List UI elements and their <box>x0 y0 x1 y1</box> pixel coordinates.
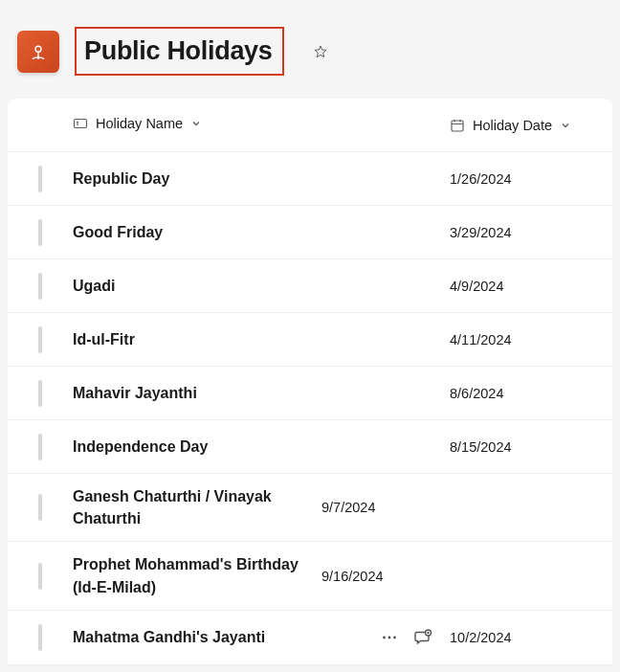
table-row[interactable]: Republic Day 1/26/2024 <box>8 152 612 206</box>
cell-date: 8/6/2024 <box>450 386 612 401</box>
page-header: Public Holidays <box>0 0 620 99</box>
cell-date: 4/11/2024 <box>450 332 612 347</box>
row-handle[interactable] <box>38 624 42 651</box>
row-handle[interactable] <box>38 380 42 407</box>
column-header-date-label: Holiday Date <box>473 118 552 133</box>
add-comment-button[interactable] <box>411 626 434 649</box>
cell-date: 3/29/2024 <box>450 225 612 240</box>
table-row[interactable]: Prophet Mohammad's Birthday (Id-E-Milad)… <box>8 542 612 610</box>
page-title: Public Holidays <box>84 36 273 66</box>
column-header-date[interactable]: Holiday Date <box>450 118 612 133</box>
cell-name: Ganesh Chaturthi / Vinayak Chaturthi <box>73 474 321 541</box>
cell-name: Republic Day <box>73 170 450 188</box>
svg-rect-3 <box>452 121 463 131</box>
cell-name: Independence Day <box>73 438 450 456</box>
row-handle[interactable] <box>38 494 42 521</box>
cell-date: 10/2/2024 <box>450 630 612 645</box>
star-outline-icon <box>313 42 328 61</box>
svg-point-0 <box>35 46 41 52</box>
row-handle[interactable] <box>38 166 42 192</box>
text-field-icon <box>73 116 88 131</box>
column-header-name[interactable]: Holiday Name <box>73 116 202 131</box>
calendar-icon <box>450 118 465 133</box>
cell-date: 1/26/2024 <box>450 171 612 187</box>
chevron-down-icon <box>190 118 202 129</box>
app-icon-tile <box>17 31 59 73</box>
comment-add-icon <box>413 628 432 647</box>
page-title-highlight: Public Holidays <box>75 27 284 76</box>
cell-name: Mahatma Gandhi's Jayanti <box>73 629 379 646</box>
chevron-down-icon <box>560 120 571 131</box>
table-row[interactable]: Mahavir Jayanthi 8/6/2024 <box>8 367 612 420</box>
svg-point-4 <box>383 636 386 638</box>
cell-date: 4/9/2024 <box>450 279 612 294</box>
cell-name: Ugadi <box>73 278 450 295</box>
cell-date: 9/16/2024 <box>321 569 484 584</box>
svg-marker-1 <box>315 46 326 57</box>
row-handle[interactable] <box>38 434 42 460</box>
table-row[interactable]: Independence Day 8/15/2024 <box>8 420 612 474</box>
table-row[interactable]: Ganesh Chaturthi / Vinayak Chaturthi 9/7… <box>8 474 612 542</box>
cell-date: 8/15/2024 <box>450 439 612 455</box>
table-row[interactable]: Id-ul-Fitr 4/11/2024 <box>8 313 612 367</box>
cell-name: Mahavir Jayanthi <box>73 385 450 402</box>
row-handle[interactable] <box>38 326 42 353</box>
pin-icon <box>28 41 49 62</box>
table-row[interactable]: Mahatma Gandhi's Jayanti 10/2/2024 <box>8 611 612 664</box>
svg-point-6 <box>393 636 396 638</box>
more-horizontal-icon <box>381 629 398 646</box>
row-handle[interactable] <box>38 219 42 246</box>
table-row[interactable]: Ugadi 4/9/2024 <box>8 259 612 313</box>
column-header-name-label: Holiday Name <box>96 116 183 131</box>
cell-name: Good Friday <box>73 224 450 241</box>
cell-date: 9/7/2024 <box>321 500 484 515</box>
holiday-table: Holiday Name Holiday Date Republic Day 1… <box>8 99 612 664</box>
cell-name: Id-ul-Fitr <box>73 331 450 348</box>
svg-point-5 <box>388 636 391 638</box>
svg-rect-2 <box>75 119 87 127</box>
more-actions-button[interactable] <box>379 627 400 648</box>
row-handle[interactable] <box>38 273 42 300</box>
row-handle[interactable] <box>38 563 42 590</box>
table-row[interactable]: Good Friday 3/29/2024 <box>8 206 612 259</box>
table-header-row: Holiday Name Holiday Date <box>8 99 612 152</box>
row-actions <box>379 626 434 649</box>
cell-name: Prophet Mohammad's Birthday (Id-E-Milad) <box>73 542 321 609</box>
favorite-button[interactable] <box>307 38 334 65</box>
